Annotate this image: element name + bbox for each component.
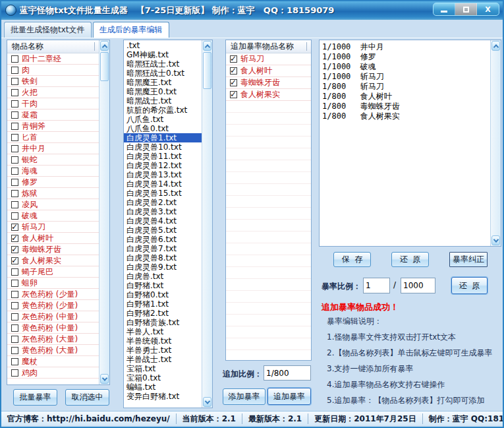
file-row[interactable]: 变异白野猪.txt [124, 392, 202, 401]
item-row[interactable]: 蛆卵 [7, 278, 99, 289]
file-row[interactable]: 半兽战士.txt [124, 355, 202, 364]
file-row[interactable]: 白野猪1.txt [124, 299, 202, 309]
item-row[interactable]: 灰色药粉 (大量) [7, 334, 99, 345]
item-checkbox[interactable] [11, 89, 18, 96]
file-row[interactable]: 肮脏的希尔盖.txt [124, 106, 202, 115]
item-checkbox[interactable] [11, 212, 18, 220]
item-checkbox[interactable] [11, 111, 18, 119]
item-checkbox[interactable] [11, 224, 18, 231]
item-checkbox[interactable] [11, 201, 18, 208]
item-row[interactable]: 铁剑 [7, 76, 99, 87]
add-rate-button[interactable]: 添加暴率 [223, 388, 266, 405]
item-checkbox[interactable] [11, 235, 18, 242]
item-row[interactable]: 修罗 [7, 177, 99, 188]
item-checkbox[interactable] [11, 55, 18, 63]
item-row[interactable]: 黄色药粉 (少量) [7, 300, 99, 311]
item-row[interactable]: 肉 [7, 65, 99, 76]
file-row[interactable]: 白野猪2.txt [124, 309, 202, 318]
item-row[interactable]: 食人树果实 [7, 255, 99, 266]
append-row[interactable]: 食人树果实 [226, 89, 311, 101]
file-row[interactable]: 白虎灵兽7.txt [124, 244, 202, 253]
item-row[interactable]: 凌风 [7, 199, 99, 210]
scroll-up-icon[interactable] [100, 41, 109, 51]
item-row[interactable]: 匕首 [7, 132, 99, 143]
file-row[interactable]: 白虎灵兽1.txt [124, 133, 202, 142]
file-row[interactable]: 半兽人.txt [124, 327, 202, 336]
item-row[interactable]: 破魂 [7, 210, 99, 222]
item-checkbox[interactable] [11, 291, 18, 298]
batch-rate-button[interactable]: 批量暴率 [13, 389, 57, 406]
item-checkbox[interactable] [11, 336, 18, 343]
file-row[interactable]: 暗黑狂战士0.txt [124, 69, 202, 78]
item-row[interactable]: 蝎子尾巴 [7, 266, 99, 278]
rate-editor[interactable]: 1/1000 井中月1/1000 修罗1/1000 破魂1/1000 斩马刀1/… [319, 40, 501, 247]
item-checkbox[interactable] [11, 168, 18, 175]
item-checkbox[interactable] [11, 123, 18, 130]
append-row[interactable]: 斩马刀 [226, 53, 311, 65]
file-row[interactable]: 蝙蝠.txt [124, 382, 202, 392]
item-checkbox[interactable] [11, 190, 18, 197]
file-row[interactable]: 白虎灵兽10.txt [124, 142, 202, 152]
item-row[interactable]: 海魂 [7, 166, 99, 177]
item-row[interactable]: 黄色药粉 (大量) [7, 345, 99, 356]
file-row[interactable]: 半兽勇士.txt [124, 346, 202, 355]
maximize-button[interactable] [455, 3, 477, 15]
append-checkbox[interactable] [230, 91, 237, 98]
file-row[interactable]: 八爪鱼0.txt [124, 124, 202, 133]
append-checkbox[interactable] [230, 79, 237, 86]
item-checkbox[interactable] [11, 358, 18, 365]
file-row[interactable]: 白虎灵兽8.txt [124, 253, 202, 262]
file-row[interactable]: 暗黑战士.txt [124, 96, 202, 106]
scroll-down-icon[interactable] [203, 397, 211, 407]
item-checkbox[interactable] [11, 369, 18, 377]
item-row[interactable]: 毒蜘蛛牙齿 [7, 244, 99, 255]
item-checkbox[interactable] [11, 257, 18, 264]
item-checkbox[interactable] [11, 324, 18, 332]
unselect-button[interactable]: 取消选中 [65, 389, 109, 406]
item-row[interactable]: 黄色药粉 (中量) [7, 322, 99, 334]
item-row[interactable]: 炼狱 [7, 188, 99, 199]
tab[interactable]: 生成后的暴率编辑 [93, 22, 169, 38]
scroll-down-icon[interactable] [100, 374, 109, 384]
item-checkbox[interactable] [11, 179, 18, 186]
append-row[interactable]: 食人树叶 [226, 65, 311, 77]
file-row[interactable]: 暗黑狂战士.txt [124, 59, 202, 69]
file-row[interactable]: 白虎灵兽2.txt [124, 198, 202, 207]
file-row[interactable]: 白虎灵兽15.txt [124, 189, 202, 198]
scroll-down-icon[interactable] [491, 235, 500, 245]
item-row[interactable]: 魔杖 [7, 356, 99, 367]
file-row[interactable]: 白虎灵兽11.txt [124, 152, 202, 161]
file-row[interactable]: 白虎灵兽4.txt [124, 216, 202, 226]
rate-denominator-input[interactable] [401, 278, 435, 293]
item-checkbox[interactable] [11, 134, 18, 141]
file-row[interactable]: GM神赐.txt [124, 50, 202, 59]
append-ratio-input[interactable] [264, 365, 311, 381]
item-row[interactable]: 斩马刀 [7, 222, 99, 233]
file-row[interactable]: 白野猪0.txt [124, 290, 202, 299]
file-row[interactable]: 白虎灵兽12.txt [124, 161, 202, 170]
file-row[interactable]: 宝箱.txt [124, 364, 202, 373]
tab[interactable]: 批量生成怪物txt文件 [4, 22, 92, 38]
file-row[interactable]: 暗黑魔王.txt [124, 78, 202, 87]
rate-editor-scrollbar[interactable] [490, 40, 501, 246]
item-row[interactable]: 干肉 [7, 98, 99, 109]
item-row[interactable]: 灰色药粉 (中量) [7, 311, 99, 322]
file-row[interactable]: 白虎灵兽3.txt [124, 207, 202, 216]
file-row[interactable]: 八爪鱼.txt [124, 115, 202, 124]
item-checkbox[interactable] [11, 156, 18, 164]
scroll-up-icon[interactable] [203, 41, 211, 51]
scrollbar-thumb[interactable] [100, 52, 109, 81]
file-row[interactable]: 白虎灵兽13.txt [124, 170, 202, 179]
item-checkbox[interactable] [11, 100, 18, 107]
item-checkbox[interactable] [11, 246, 18, 253]
item-checkbox[interactable] [11, 313, 18, 321]
item-checkbox[interactable] [11, 67, 18, 74]
item-row[interactable]: 青铜斧 [7, 121, 99, 132]
ratio-restore-button[interactable]: 还 原 [451, 277, 488, 294]
item-row[interactable]: 四十二章经 [7, 53, 99, 65]
item-list-scrollbar[interactable] [99, 40, 109, 384]
item-row[interactable]: 井中月 [7, 143, 99, 154]
rate-numerator-input[interactable] [363, 278, 390, 293]
item-row[interactable]: 银蛇 [7, 154, 99, 166]
item-row[interactable]: 食人树叶 [7, 233, 99, 244]
